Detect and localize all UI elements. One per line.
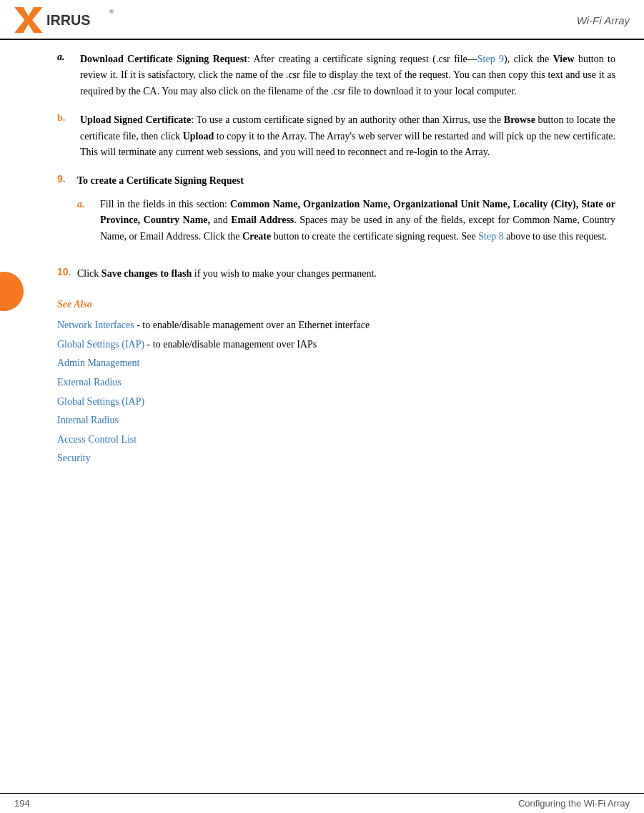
list-content-a: Download Certificate Signing Request: Af… (80, 51, 615, 99)
svg-text:IRRUS: IRRUS (46, 12, 91, 28)
list-content-b: Upload Signed Certificate: To use a cust… (80, 112, 615, 160)
suffix-network-interfaces: - to enable/disable management over an E… (134, 320, 370, 330)
step-9-number: 9. (57, 173, 77, 255)
footer-section: Configuring the Wi-Fi Array (518, 798, 630, 809)
logo-area: IRRUS ® (14, 7, 117, 33)
header-title: Wi-Fi Array (577, 14, 630, 26)
see-also-title: See Also (57, 299, 615, 310)
svg-marker-0 (14, 7, 43, 33)
step-9-heading: To create a Certificate Signing Request (77, 173, 615, 189)
step-9: 9. To create a Certificate Signing Reque… (57, 173, 615, 255)
step-9-inner-list: a. Fill in the fields in this section: C… (77, 197, 615, 245)
xirrus-logo: IRRUS ® (14, 7, 117, 33)
step-9-content: To create a Certificate Signing Request … (77, 173, 615, 255)
link-network-interfaces[interactable]: Network Interfaces - to enable/disable m… (57, 316, 615, 335)
list-item-a: a. Download Certificate Signing Request:… (57, 51, 615, 99)
link-internal-radius[interactable]: Internal Radius (57, 411, 615, 430)
link-security[interactable]: Security (57, 449, 615, 468)
list-label-b: b. (57, 112, 73, 160)
link-step9[interactable]: Step 9 (477, 54, 504, 64)
link-step8[interactable]: Step 8 (478, 231, 503, 242)
link-global-settings-iap-2[interactable]: Global Settings (IAP) (57, 393, 615, 412)
step-9-sub-a-label: a. (77, 197, 93, 245)
list-item-b: b. Upload Signed Certificate: To use a c… (57, 112, 615, 160)
link-access-control-list[interactable]: Access Control List (57, 430, 615, 450)
step-10-number: 10. (57, 266, 77, 282)
text-after-heading-a: : After creating a certificate signing r… (247, 54, 477, 64)
link-admin-management[interactable]: Admin Management (57, 354, 615, 373)
step-9-sub-a-content: Fill in the fields in this section: Comm… (100, 197, 615, 245)
link-global-settings-iap-1[interactable]: Global Settings (IAP) - to enable/disabl… (57, 335, 615, 355)
svg-text:®: ® (109, 9, 114, 15)
footer-page-number: 194 (14, 798, 30, 809)
heading-upload: Upload Signed Certificate (80, 114, 191, 125)
suffix-global-iap-1: - to enable/disable management over IAPs (144, 339, 317, 350)
see-also-link-1: Network Interfaces - to enable/disable m… (57, 316, 615, 335)
see-also-link-2: Global Settings (IAP) - to enable/disabl… (57, 335, 615, 355)
step-9-sub-a: a. Fill in the fields in this section: C… (77, 197, 615, 245)
list-label-a: a. (57, 51, 73, 99)
link-text-network-interfaces: Network Interfaces (57, 320, 134, 330)
step-10-content: Click Save changes to flash if you wish … (77, 266, 615, 282)
step-10: 10. Click Save changes to flash if you w… (57, 266, 615, 282)
heading-download: Download Certificate Signing Request (80, 54, 247, 64)
page-header: IRRUS ® Wi-Fi Array (0, 0, 644, 40)
link-external-radius[interactable]: External Radius (57, 373, 615, 393)
page: IRRUS ® Wi-Fi Array a. Download Certific… (0, 0, 644, 813)
main-content: a. Download Certificate Signing Request:… (0, 40, 644, 480)
see-also-section: See Also Network Interfaces - to enable/… (57, 299, 615, 468)
page-footer: 194 Configuring the Wi-Fi Array (0, 793, 644, 813)
link-text-global-settings-iap-1: Global Settings (IAP) (57, 339, 144, 350)
